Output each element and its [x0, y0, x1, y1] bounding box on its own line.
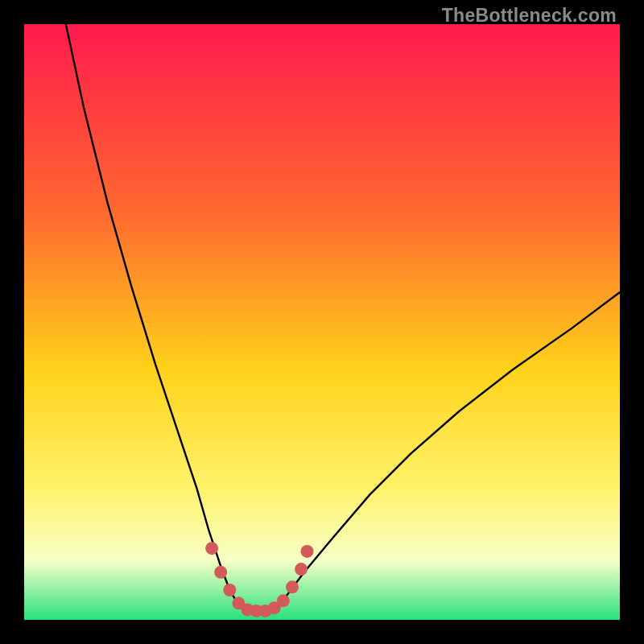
- marker-dot: [223, 584, 236, 597]
- marker-dot: [205, 542, 218, 555]
- bottleneck-plot: [24, 24, 620, 620]
- watermark-text: TheBottleneck.com: [442, 5, 617, 27]
- gradient-bg: [24, 24, 620, 620]
- marker-dot: [286, 580, 299, 593]
- marker-dot: [301, 545, 314, 558]
- chart-frame: [24, 24, 620, 620]
- marker-dot: [295, 563, 308, 576]
- marker-dot: [214, 566, 227, 579]
- marker-dot: [277, 594, 290, 607]
